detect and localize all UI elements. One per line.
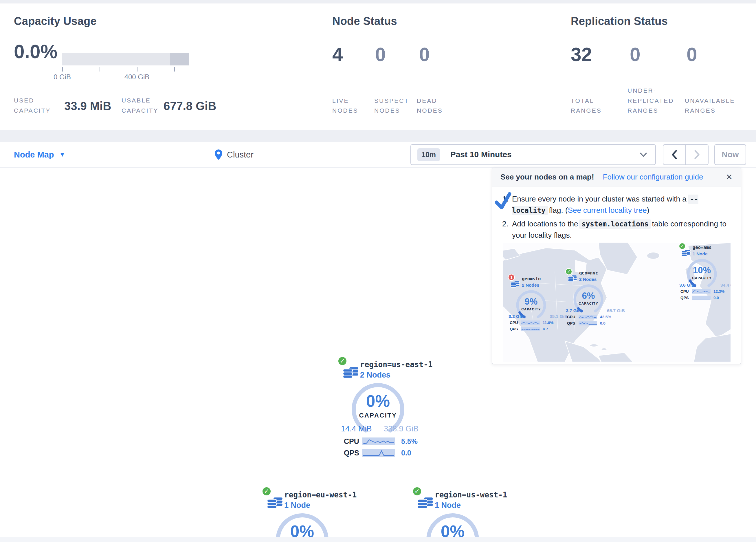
chevron-down-icon xyxy=(640,152,647,157)
qps-sparkline xyxy=(692,296,711,300)
total-ranges-count: 32 xyxy=(571,43,592,65)
geo-card-sfo: 1 geo=sfo 2 Nodes 9% CAPACITY 3.2 GiB xyxy=(507,273,569,334)
qps-value: 0.0 xyxy=(401,449,411,457)
region-card-us-east-1[interactable]: ✓ region=us-east-1 2 Nodes 0% CAPACITY 1… xyxy=(336,354,423,462)
capacity-label: CAPACITY xyxy=(350,412,406,419)
configuration-guide-link[interactable]: Follow our configuration guide xyxy=(603,172,703,181)
region-card-eu-west-1[interactable]: ✓ region=eu-west-1 1 Node 0% CAPACITY 9.… xyxy=(260,485,347,542)
view-mode-label: Node Map xyxy=(14,150,54,159)
map-pin-icon xyxy=(215,149,222,160)
geo-name: geo=sfo xyxy=(522,276,541,282)
capacity-percent: 0% xyxy=(350,392,406,411)
qps-value: 0.0 xyxy=(713,296,719,300)
region-card-us-west-1[interactable]: ✓ region=us-west-1 1 Node 0% CAPACITY 9.… xyxy=(410,485,497,542)
axis-tick xyxy=(137,67,137,71)
total-capacity: 338.9 GiB xyxy=(384,425,419,433)
used-capacity-label: USED CAPACITY xyxy=(14,95,54,115)
usable-capacity-label: USABLE CAPACITY xyxy=(122,95,165,115)
node-map-canvas: ✓ region=us-east-1 2 Nodes 0% CAPACITY 1… xyxy=(0,168,756,537)
cpu-value: 12.3% xyxy=(713,289,724,294)
replication-status-title: Replication Status xyxy=(571,15,668,27)
used-capacity-value: 33.9 MiB xyxy=(64,100,111,113)
view-toolbar: Node Map ▼ Cluster 10m Past 10 Minutes N… xyxy=(0,142,756,167)
footer-strip xyxy=(0,537,756,542)
capacity-percent: 0.0% xyxy=(14,41,57,63)
used-capacity: 14.4 MiB xyxy=(341,425,372,433)
geo-node-count: 1 Node xyxy=(693,251,708,256)
step-text: Add locations to thesystem.locationstabl… xyxy=(512,218,732,241)
now-button-label: Now xyxy=(722,150,739,159)
capacity-label: CAPACITY xyxy=(515,308,547,311)
geo-card-ams: ✓ geo=ams 1 Node 10% CAPACITY 3.6 GiB xyxy=(678,242,731,303)
capacity-usage-title: Capacity Usage xyxy=(14,15,97,27)
instruction-step-1: 1. Ensure every node in your cluster was… xyxy=(502,193,732,216)
region-name: region=us-east-1 xyxy=(360,360,432,369)
cpu-label: CPU xyxy=(344,437,362,446)
axis-tick xyxy=(174,67,175,71)
geo-node-count: 2 Nodes xyxy=(522,283,539,288)
region-name: region=eu-west-1 xyxy=(284,490,357,499)
database-nodes-icon xyxy=(568,273,577,283)
axis-tick-label: 0 GiB xyxy=(48,73,77,81)
popup-instructions: 1. Ensure every node in your cluster was… xyxy=(492,186,741,241)
axis-tick xyxy=(100,67,100,71)
cluster-summary-panel: Capacity Usage 0.0% 0 GiB 400 GiB USED C… xyxy=(0,3,756,130)
view-mode-dropdown[interactable]: Node Map ▼ xyxy=(14,142,65,167)
qps-value: 0.0 xyxy=(600,321,605,326)
capacity-bar-reserved-segment xyxy=(170,53,189,65)
cpu-value: 11.0% xyxy=(543,321,554,325)
cpu-sparkline xyxy=(579,315,597,319)
step-text-fragment: flag. ( xyxy=(549,206,568,214)
breadcrumb-label: Cluster xyxy=(227,150,254,159)
axis-tick xyxy=(62,67,63,71)
unavailable-label: UNAVAILABLE RANGES xyxy=(685,96,747,116)
toolbar-divider xyxy=(396,145,396,164)
qps-label: QPS xyxy=(344,449,362,457)
geo-node-count: 2 Nodes xyxy=(579,277,597,282)
step-text-fragment: Ensure every node in your cluster was st… xyxy=(512,194,687,203)
qps-sparkline xyxy=(362,449,395,457)
geo-name: geo=nyc xyxy=(579,270,598,276)
database-nodes-icon xyxy=(681,247,691,257)
locality-tree-link[interactable]: See current locality tree xyxy=(568,206,647,214)
dead-nodes-count: 0 xyxy=(419,43,430,65)
step-text: Ensure every node in your cluster was st… xyxy=(512,193,732,216)
time-range-label: Past 10 Minutes xyxy=(450,150,512,159)
capacity-label: CAPACITY xyxy=(572,302,605,305)
region-node-count: 2 Nodes xyxy=(360,371,390,380)
qps-label: QPS xyxy=(567,321,579,326)
time-step-buttons xyxy=(663,144,709,165)
chevron-right-icon xyxy=(694,150,700,159)
capacity-percent: 10% xyxy=(686,265,718,276)
close-icon[interactable]: ✕ xyxy=(726,172,733,182)
qps-value: 4.7 xyxy=(543,327,548,331)
capacity-percent: 6% xyxy=(572,291,605,301)
qps-sparkline xyxy=(521,327,540,331)
unavailable-count: 0 xyxy=(687,43,697,65)
axis-tick-label: 400 GiB xyxy=(120,73,154,81)
cpu-label: CPU xyxy=(680,289,692,294)
step-done-check-icon xyxy=(493,192,513,210)
chevron-down-icon: ▼ xyxy=(59,151,66,158)
live-nodes-count: 4 xyxy=(332,43,343,65)
total-capacity: 65.7 GiB xyxy=(607,308,625,313)
suspect-nodes-count: 0 xyxy=(375,43,386,65)
database-nodes-icon xyxy=(342,363,359,380)
time-back-button[interactable] xyxy=(663,145,686,164)
cpu-sparkline xyxy=(692,289,711,294)
system-locations-code: system.locations xyxy=(579,219,651,229)
now-button[interactable]: Now xyxy=(714,144,746,165)
usable-capacity-value: 677.8 GiB xyxy=(164,100,216,113)
time-forward-button[interactable] xyxy=(686,145,708,164)
total-ranges-label: TOTAL RANGES xyxy=(571,96,614,116)
qps-label: QPS xyxy=(510,327,521,331)
step-number: 2. xyxy=(502,218,512,241)
used-capacity: 3.2 GiB xyxy=(509,314,524,319)
region-node-count: 1 Node xyxy=(284,501,310,510)
step-text-fragment: Add locations to the xyxy=(512,219,578,228)
time-range-dropdown[interactable]: 10m Past 10 Minutes xyxy=(410,144,656,165)
used-capacity: 3.7 GiB xyxy=(566,308,581,313)
used-capacity: 3.6 GiB xyxy=(679,283,695,288)
breadcrumb[interactable]: Cluster xyxy=(215,142,254,167)
world-map-preview: 1 geo=sfo 2 Nodes 9% CAPACITY 3.2 GiB xyxy=(503,242,731,362)
